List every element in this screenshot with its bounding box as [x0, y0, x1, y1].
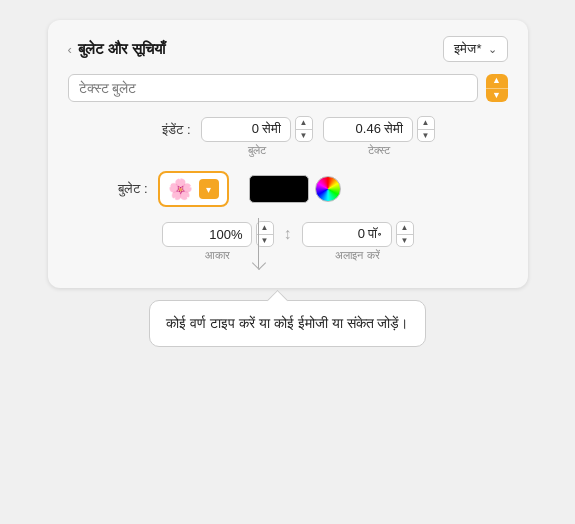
- size-input[interactable]: [162, 222, 252, 247]
- text-indent-input[interactable]: [323, 117, 413, 142]
- color-control: [249, 175, 341, 203]
- stepper-up-icon[interactable]: ▲: [296, 117, 312, 130]
- emoji-dropdown-icon[interactable]: ▾: [199, 179, 219, 199]
- stepper-up-icon[interactable]: ▲: [397, 222, 413, 235]
- align-sublabel: अलाइन करें: [335, 249, 379, 262]
- stepper-up-icon[interactable]: ▲: [418, 117, 434, 130]
- align-field-row: ▲ ▼: [302, 221, 414, 247]
- bullet-row: बुलेट : 🌸 ▾: [68, 171, 508, 207]
- bullet-label: बुलेट :: [98, 181, 148, 197]
- text-indent-stepper[interactable]: ▲ ▼: [417, 116, 435, 142]
- stepper-down-icon[interactable]: ▼: [257, 235, 273, 247]
- stepper-up-icon[interactable]: ▲: [257, 222, 273, 235]
- stepper-down-icon[interactable]: ▼: [486, 89, 508, 103]
- section-header: ‹ बुलेट और सूचियाँ इमेज* ⌄: [68, 36, 508, 62]
- tooltip-text: कोई वर्ण टाइप करें या कोई ईमोजी या संकेत…: [166, 315, 408, 331]
- emoji-picker-button[interactable]: 🌸 ▾: [158, 171, 229, 207]
- list-type-dropdown[interactable]: इमेज* ⌄: [443, 36, 507, 62]
- text-indent-sublabel: टेक्स्ट: [368, 144, 390, 157]
- bullet-indent-sublabel: बुलेट: [248, 144, 266, 157]
- dropdown-chevron-icon: ⌄: [488, 43, 497, 56]
- bullet-indent-stepper[interactable]: ▲ ▼: [295, 116, 313, 142]
- dropdown-label: इमेज*: [454, 41, 481, 57]
- section-title: बुलेट और सूचियाँ: [78, 40, 165, 58]
- bullet-indent-field-row: ▲ ▼: [201, 116, 313, 142]
- text-bullet-input[interactable]: [68, 74, 478, 102]
- size-align-row: ▲ ▼ आकार ↕ ▲ ▼ अलाइन करें: [68, 221, 508, 262]
- text-bullet-row: ▲ ▼: [68, 74, 508, 102]
- indent-row: इंडेंट : ▲ ▼ बुलेट ▲ ▼ टेक्स्ट: [68, 116, 508, 157]
- text-bullet-stepper[interactable]: ▲ ▼: [486, 74, 508, 102]
- text-indent-field-row: ▲ ▼: [323, 116, 435, 142]
- color-wheel-button[interactable]: [315, 176, 341, 202]
- resize-handle-icon: ↕: [284, 221, 292, 243]
- stepper-down-icon[interactable]: ▼: [397, 235, 413, 247]
- align-stepper[interactable]: ▲ ▼: [396, 221, 414, 247]
- bullet-indent-input[interactable]: [201, 117, 291, 142]
- bullets-lists-panel: ‹ बुलेट और सूचियाँ इमेज* ⌄ ▲ ▼ इंडेंट : …: [48, 20, 528, 288]
- stepper-down-icon[interactable]: ▼: [418, 130, 434, 142]
- indent-label: इंडेंट :: [141, 116, 191, 138]
- stepper-up-icon[interactable]: ▲: [486, 74, 508, 89]
- bullet-indent-group: ▲ ▼ बुलेट: [201, 116, 313, 157]
- bullet-emoji: 🌸: [168, 177, 193, 201]
- color-swatch[interactable]: [249, 175, 309, 203]
- text-indent-group: ▲ ▼ टेक्स्ट: [323, 116, 435, 157]
- align-group: ▲ ▼ अलाइन करें: [302, 221, 414, 262]
- section-title-group: ‹ बुलेट और सूचियाँ: [68, 40, 166, 58]
- collapse-chevron-icon[interactable]: ‹: [68, 42, 72, 57]
- tooltip-callout: कोई वर्ण टाइप करें या कोई ईमोजी या संकेत…: [149, 300, 425, 347]
- align-input[interactable]: [302, 222, 392, 247]
- tooltip-connector-line: [258, 218, 259, 268]
- size-sublabel: आकार: [205, 249, 230, 262]
- stepper-down-icon[interactable]: ▼: [296, 130, 312, 142]
